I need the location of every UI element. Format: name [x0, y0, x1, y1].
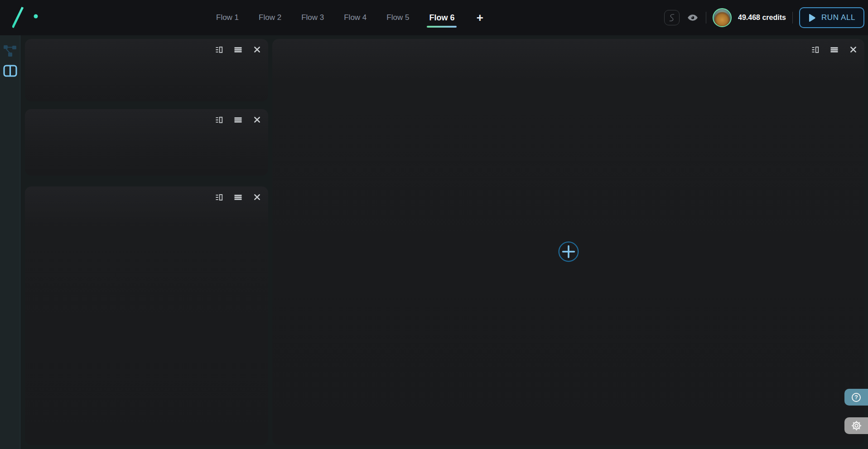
- dock-panel-icon[interactable]: [811, 46, 819, 54]
- divider: [792, 12, 793, 24]
- s-curve-brand-icon[interactable]: [664, 10, 680, 25]
- plus-circle-icon: [558, 241, 579, 262]
- run-all-label: RUN ALL: [821, 13, 855, 22]
- panel-header: [25, 39, 268, 54]
- panel-header: [25, 186, 268, 202]
- menu-icon[interactable]: [234, 46, 242, 54]
- app-logo-icon[interactable]: [12, 5, 42, 28]
- left-rail: [0, 35, 20, 449]
- help-icon: ?: [852, 393, 861, 402]
- flow-tabs: Flow 1 Flow 2 Flow 3 Flow 4 Flow 5 Flow …: [206, 0, 489, 35]
- tab-flow-2[interactable]: Flow 2: [249, 0, 291, 35]
- workspace: [0, 35, 868, 449]
- play-icon: [808, 14, 816, 22]
- close-icon[interactable]: [253, 46, 261, 54]
- menu-icon[interactable]: [234, 193, 242, 201]
- close-icon[interactable]: [253, 116, 261, 124]
- topbar-right-cluster: 49.468 credits RUN ALL: [664, 0, 864, 35]
- panel-main-canvas: [272, 39, 864, 445]
- active-tab-underline: [427, 26, 457, 28]
- dock-panel-icon[interactable]: [215, 193, 223, 201]
- tab-flow-4[interactable]: Flow 4: [334, 0, 376, 35]
- tab-flow-1[interactable]: Flow 1: [206, 0, 249, 35]
- topbar: Flow 1 Flow 2 Flow 3 Flow 4 Flow 5 Flow …: [0, 0, 868, 35]
- tab-flow-3[interactable]: Flow 3: [291, 0, 334, 35]
- tab-flow-6-active[interactable]: Flow 6: [419, 0, 464, 35]
- eye-icon[interactable]: [686, 11, 699, 24]
- panel-header: [272, 39, 864, 54]
- settings-gear-icon: [851, 420, 862, 431]
- panel-header: [25, 109, 268, 124]
- dock-panel-icon[interactable]: [215, 46, 223, 54]
- run-all-button[interactable]: RUN ALL: [799, 7, 864, 28]
- credits-balance: 49.468 credits: [738, 14, 786, 22]
- settings-button[interactable]: [844, 417, 868, 434]
- dock-panel-icon[interactable]: [215, 116, 223, 124]
- panel-middle-left: [25, 109, 268, 176]
- help-button[interactable]: ?: [844, 389, 868, 406]
- panel-bottom-left: [25, 186, 268, 445]
- menu-icon[interactable]: [234, 116, 242, 124]
- divider: [706, 12, 706, 24]
- add-node-button[interactable]: [558, 241, 579, 262]
- node-graph-icon[interactable]: [3, 43, 17, 58]
- avatar[interactable]: [713, 8, 732, 27]
- panel-top-left: [25, 39, 268, 101]
- menu-icon[interactable]: [830, 46, 838, 54]
- split-columns-icon[interactable]: [3, 63, 17, 78]
- add-flow-tab-button[interactable]: +: [471, 0, 489, 35]
- tab-flow-5[interactable]: Flow 5: [376, 0, 419, 35]
- close-icon[interactable]: [849, 46, 857, 54]
- close-icon[interactable]: [253, 193, 261, 201]
